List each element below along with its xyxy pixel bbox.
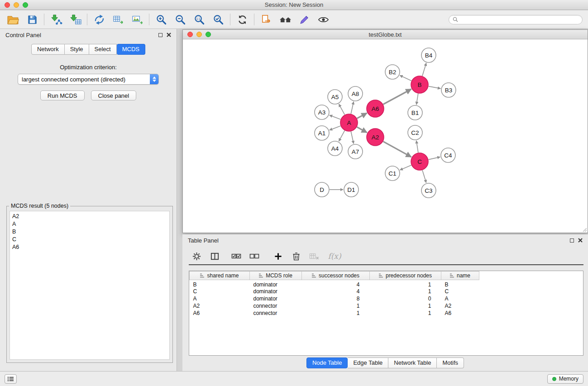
close-panel-icon[interactable]: [167, 33, 171, 37]
table-cell[interactable]: 4: [302, 288, 370, 295]
table-cell[interactable]: C: [190, 288, 250, 295]
table-row[interactable]: A6connector11A6: [190, 310, 479, 317]
table-cell[interactable]: A6: [190, 310, 250, 317]
delete-column-button[interactable]: [288, 249, 304, 263]
import-table-button[interactable]: [66, 11, 85, 28]
zoom-actual-size-button[interactable]: 1:1: [190, 11, 209, 28]
close-table-panel-icon[interactable]: [578, 238, 583, 243]
network-edge-C-C4[interactable]: [429, 157, 440, 160]
tab-motifs[interactable]: Motifs: [437, 357, 464, 368]
zoom-window-button[interactable]: [23, 2, 28, 8]
network-edge-A-A3[interactable]: [330, 115, 341, 119]
result-item[interactable]: B: [10, 228, 169, 236]
network-node-B[interactable]: B: [411, 76, 428, 93]
network-node-A8[interactable]: A8: [348, 86, 363, 101]
table-cell[interactable]: 4: [302, 280, 370, 288]
apply-style-button[interactable]: [295, 11, 314, 28]
table-row[interactable]: A2connector11A2: [190, 302, 479, 310]
table-cell[interactable]: 8: [302, 295, 370, 302]
network-node-C1[interactable]: C1: [385, 166, 400, 181]
network-edge-B-B4[interactable]: [422, 63, 426, 76]
network-node-D[interactable]: D: [315, 182, 329, 197]
select-all-button[interactable]: [229, 249, 244, 263]
network-edge-C-C1[interactable]: [400, 165, 411, 170]
table-cell[interactable]: A6: [441, 310, 479, 317]
new-network-button[interactable]: [90, 11, 109, 28]
copy-view-button[interactable]: [257, 11, 276, 28]
deselect-all-button[interactable]: [247, 249, 262, 263]
tab-style[interactable]: Style: [65, 44, 89, 55]
table-row[interactable]: Adominator80A: [190, 295, 479, 302]
network-node-A7[interactable]: A7: [348, 144, 363, 159]
network-node-A1[interactable]: A1: [315, 126, 329, 140]
network-node-A5[interactable]: A5: [328, 90, 342, 104]
column-header-successor-nodes[interactable]: successor nodes: [302, 272, 370, 280]
tab-edge-table[interactable]: Edge Table: [348, 357, 388, 368]
network-node-A4[interactable]: A4: [328, 141, 342, 156]
search-box[interactable]: [449, 15, 583, 24]
zoom-in-button[interactable]: [152, 11, 171, 28]
run-mcds-button[interactable]: Run MCDS: [40, 91, 85, 100]
table-cell[interactable]: A2: [441, 302, 479, 310]
table-cell[interactable]: A2: [190, 302, 250, 310]
table-cell[interactable]: A: [190, 295, 250, 302]
table-cell[interactable]: 1: [370, 288, 441, 295]
network-canvas-area[interactable]: AA2A6BCA1A3A4A5A7A8B1B2B3B4C1C2C3C4DD1: [183, 40, 588, 233]
tab-node-table[interactable]: Node Table: [306, 357, 348, 368]
criterion-select[interactable]: largest connected component (directed): [18, 74, 159, 85]
close-panel-button[interactable]: Close panel: [91, 91, 137, 100]
add-column-button[interactable]: [270, 249, 286, 263]
network-edge-A-A4[interactable]: [339, 131, 345, 142]
network-edge-A2-C[interactable]: [383, 142, 411, 157]
column-header-shared-name[interactable]: shared name: [190, 272, 250, 280]
memory-button[interactable]: Memory: [547, 374, 583, 384]
table-settings-button[interactable]: [189, 249, 204, 263]
network-edge-B-B1[interactable]: [416, 94, 418, 105]
float-table-panel-icon[interactable]: [570, 238, 574, 243]
table-cell[interactable]: C: [441, 288, 479, 295]
network-edge-B-B2[interactable]: [400, 76, 411, 81]
network-edge-C-C2[interactable]: [416, 141, 418, 152]
network-edge-A-A1[interactable]: [330, 126, 341, 130]
table-row[interactable]: Cdominator41C: [190, 288, 479, 295]
network-edge-A-A6[interactable]: [357, 113, 367, 119]
table-cell[interactable]: 0: [370, 295, 441, 302]
table-cell[interactable]: 1: [370, 310, 441, 317]
column-header-predecessor-nodes[interactable]: predecessor nodes: [370, 272, 441, 280]
network-node-C[interactable]: C: [411, 153, 428, 170]
delete-table-button[interactable]: [306, 249, 322, 263]
network-zoom-button[interactable]: [206, 32, 211, 37]
network-edge-C-C3[interactable]: [422, 170, 426, 183]
open-session-button[interactable]: [4, 11, 23, 28]
export-table-button[interactable]: [109, 11, 128, 28]
network-node-C3[interactable]: C3: [421, 183, 436, 198]
table-cell[interactable]: dominator: [250, 280, 302, 288]
network-node-D1[interactable]: D1: [344, 182, 359, 197]
close-window-button[interactable]: [5, 2, 10, 8]
table-cell[interactable]: 1: [302, 310, 370, 317]
search-input[interactable]: [460, 16, 578, 23]
network-edge-A-A8[interactable]: [351, 102, 354, 114]
function-builder-button[interactable]: f(x): [325, 249, 344, 263]
network-node-C2[interactable]: C2: [408, 125, 422, 140]
table-cell[interactable]: A: [441, 295, 479, 302]
table-cell[interactable]: 1: [302, 302, 370, 310]
zoom-fit-button[interactable]: [209, 11, 228, 28]
node-table-container[interactable]: shared nameMCDS rolesuccessor nodesprede…: [189, 271, 583, 356]
column-header-mcds-role[interactable]: MCDS role: [250, 272, 302, 280]
result-item[interactable]: A: [10, 220, 169, 228]
result-item[interactable]: A2: [10, 213, 169, 220]
table-row[interactable]: Bdominator41B: [190, 280, 479, 288]
network-close-button[interactable]: [187, 32, 193, 37]
network-node-B3[interactable]: B3: [441, 83, 456, 97]
tab-mcds[interactable]: MCDS: [117, 44, 145, 55]
table-cell[interactable]: connector: [250, 302, 302, 310]
network-node-B4[interactable]: B4: [421, 48, 436, 62]
refresh-button[interactable]: [233, 11, 252, 28]
network-node-A3[interactable]: A3: [315, 105, 329, 119]
show-columns-button[interactable]: [207, 249, 222, 263]
network-node-C4[interactable]: C4: [441, 148, 455, 162]
zoom-out-button[interactable]: [171, 11, 190, 28]
result-item[interactable]: C: [10, 236, 169, 243]
network-edge-A-A7[interactable]: [351, 132, 354, 144]
